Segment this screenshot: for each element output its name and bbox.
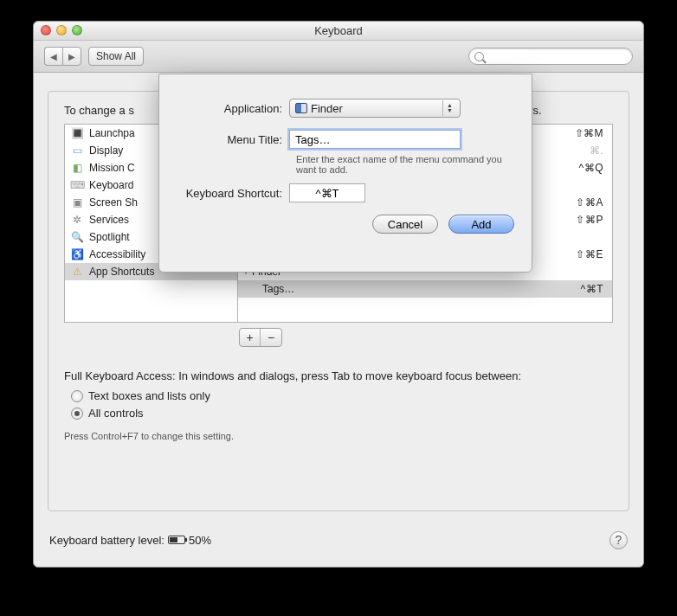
search-field[interactable] xyxy=(468,48,633,65)
remove-button[interactable]: − xyxy=(261,329,281,346)
traffic-lights xyxy=(41,25,82,35)
category-icon: 🔍 xyxy=(70,230,84,244)
help-button[interactable]: ? xyxy=(609,531,628,549)
search-icon xyxy=(474,52,484,61)
shortcut-keys: ⇧⌘M xyxy=(575,125,604,142)
shortcut-keys: ⇧⌘A xyxy=(576,194,603,211)
battery-icon xyxy=(168,536,185,544)
cancel-button[interactable]: Cancel xyxy=(372,215,438,234)
category-label: Services xyxy=(89,211,129,228)
application-popup[interactable]: Finder ▲▼ xyxy=(289,99,461,118)
category-label: Display xyxy=(89,142,123,159)
radio-label: Text boxes and lists only xyxy=(88,388,210,405)
search-input[interactable] xyxy=(487,49,627,63)
shortcut-keys: ⌘. xyxy=(590,142,603,159)
nav-group: ◀ ▶ xyxy=(44,47,81,66)
popup-arrows-icon: ▲▼ xyxy=(442,100,456,116)
minimize-icon[interactable] xyxy=(56,25,67,35)
category-label: Mission C xyxy=(89,159,135,176)
window-title: Keyboard xyxy=(314,24,363,37)
add-shortcut-sheet: Application: Finder ▲▼ Menu Title: Enter… xyxy=(158,74,532,273)
fka-radio-all[interactable]: All controls xyxy=(71,405,613,422)
category-label: Launchpa xyxy=(89,125,135,142)
chevron-right-icon: ▶ xyxy=(68,52,75,61)
category-label: Screen Sh xyxy=(89,194,138,211)
application-value: Finder xyxy=(311,102,343,115)
category-icon: ⌨ xyxy=(70,178,84,192)
shortcut-keys: ^⌘T xyxy=(581,280,603,298)
forward-button[interactable]: ▶ xyxy=(62,47,81,66)
radio-icon xyxy=(71,390,83,402)
add-button-sheet[interactable]: Add xyxy=(448,215,514,234)
add-remove-group: + − xyxy=(239,328,282,347)
finder-icon xyxy=(295,103,307,113)
fka-hint: Press Control+F7 to change this setting. xyxy=(64,431,613,441)
close-icon[interactable] xyxy=(41,25,51,35)
application-label: Application: xyxy=(159,102,289,115)
category-icon: ♿ xyxy=(70,247,84,261)
category-icon: ▣ xyxy=(70,196,84,209)
intro-left: To change a s xyxy=(64,104,134,117)
radio-icon xyxy=(71,407,83,420)
category-icon: 🔳 xyxy=(70,126,84,140)
shortcut-label: Tags… xyxy=(262,280,581,298)
menu-title-label: Menu Title: xyxy=(159,133,289,146)
category-label: Keyboard xyxy=(89,176,133,194)
shortcut-keys: ^⌘Q xyxy=(579,159,603,176)
shortcut-input[interactable] xyxy=(289,183,365,202)
category-icon: ▭ xyxy=(70,144,84,157)
category-icon: ⚠ xyxy=(70,265,84,279)
menu-title-input[interactable] xyxy=(289,130,461,149)
category-label: App Shortcuts xyxy=(89,263,154,280)
battery-label: Keyboard battery level: xyxy=(49,534,164,547)
shortcut-row[interactable]: Tags…^⌘T xyxy=(238,280,612,298)
zoom-icon[interactable] xyxy=(72,25,82,35)
battery-percent: 50% xyxy=(189,534,211,547)
radio-label: All controls xyxy=(88,405,144,422)
shortcut-keys: ⇧⌘E xyxy=(576,246,603,263)
back-button[interactable]: ◀ xyxy=(44,47,62,66)
add-button[interactable]: + xyxy=(240,329,261,346)
prefs-window: Keyboard ◀ ▶ Show All To change a s w ke… xyxy=(33,21,644,568)
category-icon: ◧ xyxy=(70,161,84,175)
category-label: Accessibility xyxy=(89,246,145,263)
toolbar: ◀ ▶ Show All xyxy=(34,41,643,73)
footer: Keyboard battery level: 50% ? xyxy=(49,529,628,551)
fka-radios: Text boxes and lists only All controls xyxy=(71,388,613,422)
menu-title-hint: Enter the exact name of the menu command… xyxy=(296,154,513,175)
fka-radio-textboxes[interactable]: Text boxes and lists only xyxy=(71,388,613,405)
category-label: Spotlight xyxy=(89,228,130,246)
chevron-left-icon: ◀ xyxy=(50,52,57,61)
shortcut-keys: ⇧⌘P xyxy=(576,211,603,228)
show-all-button[interactable]: Show All xyxy=(88,47,144,66)
category-icon: ✲ xyxy=(70,213,84,227)
titlebar: Keyboard xyxy=(34,22,643,41)
shortcut-label: Keyboard Shortcut: xyxy=(159,187,289,200)
fka-label: Full Keyboard Access: In windows and dia… xyxy=(64,369,613,382)
